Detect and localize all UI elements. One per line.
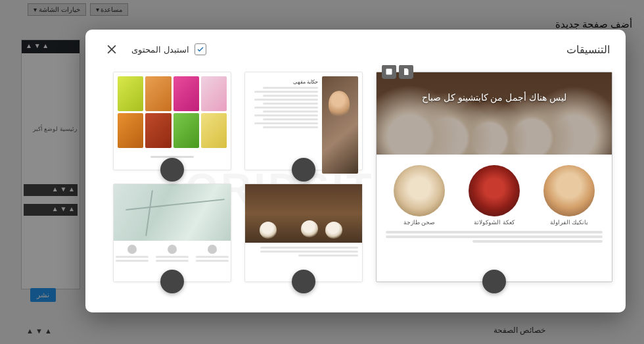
close-button[interactable] — [101, 39, 122, 60]
check-icon — [196, 45, 204, 53]
bg-bottom-chevrons[interactable]: ▲ ▼ ▲ — [26, 327, 52, 335]
template-cafe-big[interactable]: ليس هناك أجمل من كابتشينو كل صباح بانكيك… — [376, 72, 612, 282]
modal-header: التنسيقات استبدل المحتوى — [85, 30, 626, 65]
template-gallery[interactable] — [113, 72, 231, 170]
template-map[interactable] — [113, 184, 231, 282]
about-title: حكاية مقهى — [293, 79, 318, 85]
dessert-item: صحن طازجة — [394, 165, 445, 226]
close-icon — [105, 43, 118, 56]
bg-publish-button[interactable]: نشر — [30, 288, 56, 302]
download-icon — [298, 164, 309, 175]
templates-grid: ليس هناك أجمل من كابتشينو كل صباح بانكيك… — [99, 72, 612, 312]
template-about[interactable]: حكاية مقهى — [244, 72, 363, 170]
import-template-button[interactable] — [482, 270, 506, 293]
bg-publish-panel: ▲ ▼ ▲ رئيسية لوضع أكبر — [21, 39, 80, 289]
bg-screen-options-btn[interactable]: خيارات الشاشة ▾ — [28, 3, 86, 16]
replace-content-checkbox[interactable]: استبدل المحتوى — [131, 43, 206, 55]
badge-layout-icon — [382, 65, 396, 79]
dessert-image — [394, 165, 445, 216]
bg-page-title: أضف صفحة جديدة — [555, 18, 632, 30]
svg-rect-0 — [386, 69, 392, 75]
dessert-caption: صحن طازجة — [403, 219, 436, 226]
bg-screen-opts: مساعدة ▾ خيارات الشاشة ▾ — [28, 3, 128, 16]
dessert-caption: بانكيك الفراولة — [550, 219, 589, 226]
desserts-row: بانكيك الفراولة كعكة الشوكولاتة صحن طازج… — [377, 155, 612, 231]
badge-page-icon — [399, 65, 413, 79]
bg-help-btn[interactable]: مساعدة ▾ — [90, 3, 129, 16]
template-desc-placeholder — [377, 231, 612, 256]
template-hero: ليس هناك أجمل من كابتشينو كل صباح — [377, 72, 612, 155]
download-icon — [167, 276, 177, 287]
map-image — [114, 184, 231, 241]
gallery-grid — [118, 76, 227, 148]
template-cups[interactable] — [244, 184, 363, 282]
import-template-button[interactable] — [160, 158, 184, 182]
dessert-item: بانكيك الفراولة — [543, 165, 595, 226]
download-icon — [167, 164, 177, 175]
import-template-button[interactable] — [160, 270, 184, 293]
cups-image — [245, 184, 362, 243]
dessert-caption: كعكة الشوكولاتة — [474, 219, 515, 226]
download-icon — [489, 276, 499, 287]
checkbox-box — [195, 43, 206, 55]
dessert-item: كعكة الشوكولاتة — [469, 165, 520, 226]
bg-theme-note: رئيسية لوضع أكبر — [22, 53, 80, 132]
template-badges — [382, 65, 413, 79]
dessert-image — [469, 165, 520, 216]
about-image — [322, 76, 358, 174]
modal-title: التنسيقات — [566, 43, 610, 56]
bg-page-attrs: خصائص الصفحة — [494, 326, 545, 335]
templates-modal: التنسيقات استبدل المحتوى ORIDSITE.COM — [85, 30, 626, 312]
import-template-button[interactable] — [292, 158, 315, 182]
download-icon — [298, 276, 309, 287]
panel-toggle-2[interactable]: ▲ ▼ ▲ — [24, 204, 78, 216]
dessert-image — [543, 165, 595, 216]
panel-chevrons: ▲ ▼ ▲ — [26, 42, 49, 49]
modal-body: ORIDSITE.COM ليس هناك أجمل من كابتشينو ك… — [85, 65, 626, 312]
hero-text: ليس هناك أجمل من كابتشينو كل صباح — [377, 92, 612, 103]
import-template-button[interactable] — [292, 270, 315, 293]
panel-toggle-1[interactable]: ▲ ▼ ▲ — [24, 184, 78, 196]
replace-content-label: استبدل المحتوى — [131, 45, 189, 55]
